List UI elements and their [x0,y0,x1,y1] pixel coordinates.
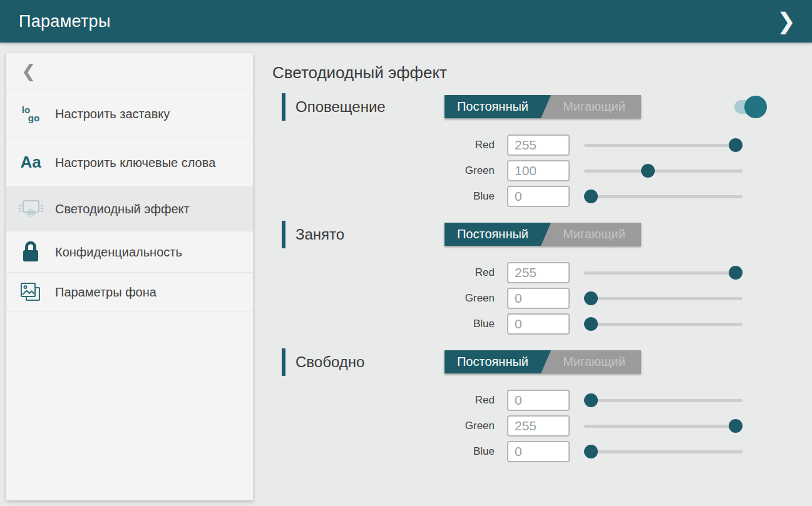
red-row: Red [441,390,812,411]
slider-thumb[interactable] [584,317,598,331]
sidebar-item-background[interactable]: Параметры фона [6,273,253,311]
green-slider[interactable] [584,160,743,181]
section-accent-bar [282,221,285,248]
sidebar-back-button[interactable]: ❮ [6,53,253,89]
red-label: Red [441,139,495,151]
blue-slider[interactable] [584,186,743,207]
blue-slider[interactable] [584,441,743,462]
mode-blinking-button[interactable]: Мигающий [547,223,641,246]
mode-constant-button[interactable]: Постоянный [445,350,551,373]
sidebar: ❮ lo go Настроить заставку Aa Настроить … [6,53,253,500]
sidebar-item-label: Параметры фона [55,284,253,300]
sidebar-item-label: Настроить ключевые слова [55,154,253,171]
blue-label: Blue [441,445,495,458]
blue-label: Blue [441,190,495,203]
green-value-input[interactable] [507,288,570,309]
green-row: Green [441,415,812,437]
slider-thumb[interactable] [584,291,598,305]
switch-knob [744,96,767,118]
red-label: Red [441,266,495,279]
slider-thumb[interactable] [584,190,598,203]
red-slider[interactable] [584,262,743,283]
blue-value-input[interactable] [507,186,570,207]
green-label: Green [441,292,495,305]
blue-value-input[interactable] [507,313,570,335]
green-value-input[interactable] [507,415,570,437]
section-title: Занято [296,226,344,243]
led-effect-panel: Светодиодный эффект Оповещение Постоянны… [272,53,812,476]
section-accent-bar [282,93,285,121]
mode-constant-button[interactable]: Постоянный [445,95,551,118]
slider-thumb[interactable] [584,445,598,458]
app-header: Параметры ❯ [0,0,812,43]
green-row: Green [441,288,812,309]
section-notification: Оповещение Постоянный Мигающий Red [272,93,812,207]
green-row: Green [441,160,812,181]
mode-toggle: Постоянный Мигающий [445,350,641,373]
red-value-input[interactable] [507,262,570,283]
logo-icon: lo go [22,106,39,122]
green-label: Green [441,420,495,432]
sidebar-item-label: Настроить заставку [55,106,253,122]
mode-toggle: Постоянный Мигающий [445,95,641,118]
red-value-input[interactable] [507,390,570,411]
sidebar-item-label: Светодиодный эффект [55,201,253,217]
sidebar-item-led-effect[interactable]: Светодиодный эффект [6,187,253,231]
section-title: Свободно [296,353,364,371]
mode-constant-button[interactable]: Постоянный [445,223,551,246]
blue-row: Blue [441,186,812,207]
lock-icon [21,240,41,264]
green-slider[interactable] [584,288,743,309]
mode-blinking-button[interactable]: Мигающий [547,350,641,373]
blue-row: Blue [441,441,812,462]
sidebar-item-keywords[interactable]: Aa Настроить ключевые слова [6,138,253,187]
blue-row: Blue [441,313,812,335]
red-slider[interactable] [584,390,743,411]
monitor-led-icon [16,198,46,220]
green-slider[interactable] [584,415,743,437]
led-enable-switch[interactable] [734,96,768,118]
red-slider[interactable] [584,134,743,156]
green-label: Green [441,164,495,177]
sidebar-item-screensaver[interactable]: lo go Настроить заставку [6,89,253,138]
section-free: Свободно Постоянный Мигающий Red Green [272,348,812,462]
panel-title: Светодиодный эффект [272,63,812,83]
blue-label: Blue [441,318,495,330]
mode-toggle: Постоянный Мигающий [445,223,641,246]
font-aa-icon: Aa [20,153,41,172]
sidebar-item-label: Конфиденциальность [55,244,253,260]
slider-thumb[interactable] [729,138,743,152]
blue-value-input[interactable] [507,441,570,462]
section-accent-bar [282,348,285,376]
slider-thumb[interactable] [641,164,655,178]
page-title: Параметры [0,12,111,31]
blue-slider[interactable] [584,313,743,335]
slider-thumb[interactable] [729,419,743,433]
mode-blinking-button[interactable]: Мигающий [547,95,641,118]
sidebar-item-privacy[interactable]: Конфиденциальность [6,231,253,273]
slider-thumb[interactable] [729,266,743,280]
forward-chevron-icon[interactable]: ❯ [772,8,801,35]
section-title: Оповещение [296,98,386,116]
slider-thumb[interactable] [584,393,598,407]
red-row: Red [441,262,812,283]
red-value-input[interactable] [507,134,570,156]
back-chevron-icon: ❮ [21,61,36,81]
green-value-input[interactable] [507,160,570,181]
images-icon [18,280,43,305]
red-label: Red [441,394,495,407]
red-row: Red [441,134,812,156]
section-busy: Занято Постоянный Мигающий Red Green [272,221,812,335]
